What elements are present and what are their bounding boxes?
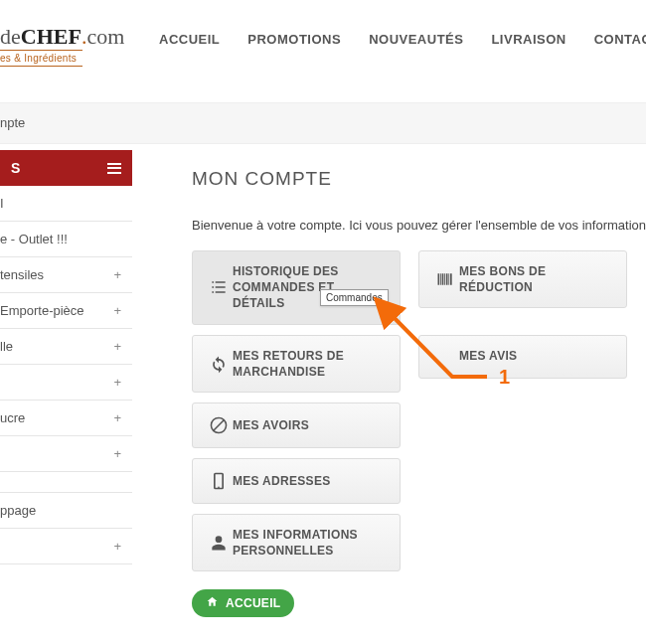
sidebar-item-label: Emporte-pièce	[0, 303, 84, 318]
expand-icon[interactable]: +	[113, 446, 121, 461]
nav-contacter[interactable]: CONTACTER	[594, 32, 646, 47]
phone-icon	[205, 471, 233, 491]
sidebar-item-label: tensiles	[0, 267, 44, 282]
category-sidebar: S Ie - Outlet !!!tensiles+Emporte-pièce+…	[0, 150, 132, 564]
sidebar-item[interactable]: e - Outlet !!!	[0, 222, 132, 257]
card-label: MES ADRESSES	[233, 473, 331, 489]
nav-accueil[interactable]: ACCUEIL	[159, 32, 220, 47]
expand-icon[interactable]: +	[113, 267, 121, 282]
sidebar-item-label: lle	[0, 339, 13, 354]
nav-promotions[interactable]: PROMOTIONS	[247, 32, 341, 47]
sidebar-item[interactable]: Emporte-pièce+	[0, 293, 132, 329]
nav-livraison[interactable]: LIVRAISON	[491, 32, 565, 47]
expand-icon[interactable]: +	[113, 303, 121, 318]
main-nav: ACCUEIL PROMOTIONS NOUVEAUTÉS LIVRAISON …	[159, 32, 646, 47]
site-logo[interactable]: deCHEF.com	[0, 24, 124, 50]
annotation-label: 1	[499, 366, 510, 389]
logo-part1: de	[0, 24, 21, 49]
user-icon	[205, 533, 233, 553]
card-personal-info[interactable]: MES INFORMATIONS PERSONNELLES	[192, 514, 401, 571]
sidebar-item[interactable]: I	[0, 186, 132, 222]
sidebar-header[interactable]: S	[0, 150, 132, 186]
sidebar-item-label: e - Outlet !!!	[0, 232, 68, 246]
sidebar-item[interactable]: +	[0, 365, 132, 401]
card-label: MES RETOURS DE MARCHANDISE	[233, 348, 388, 380]
logo-part2: CHEF	[21, 24, 81, 49]
sidebar-item-label: ppage	[0, 503, 36, 518]
card-label: MES INFORMATIONS PERSONNELLES	[233, 527, 388, 559]
sidebar-header-label: S	[11, 160, 20, 176]
card-order-history[interactable]: HISTORIQUE DES COMMANDES ET DÉTAILS	[192, 250, 401, 325]
sidebar-item-label: ucre	[0, 410, 25, 425]
tooltip-commandes: Commandes	[320, 289, 389, 306]
logo-tld: com	[86, 24, 124, 49]
account-panel: MON COMPTE Bienvenue à votre compte. Ici…	[162, 150, 646, 637]
account-cards: HISTORIQUE DES COMMANDES ET DÉTAILS MES …	[192, 250, 646, 571]
menu-icon	[107, 163, 121, 174]
home-button-label: ACCUEIL	[226, 596, 280, 610]
sidebar-item[interactable]: +	[0, 529, 132, 564]
card-reviews[interactable]: MES AVIS	[418, 335, 627, 379]
sidebar-item[interactable]	[0, 472, 132, 493]
expand-icon[interactable]: +	[113, 410, 121, 425]
expand-icon[interactable]: +	[113, 539, 121, 554]
barcode-icon	[431, 269, 459, 289]
card-addresses[interactable]: MES ADRESSES	[192, 458, 401, 504]
page-title: MON COMPTE	[192, 168, 646, 190]
ban-icon	[205, 415, 233, 435]
welcome-text: Bienvenue à votre compte. Ici vous pouve…	[192, 218, 646, 233]
sidebar-item[interactable]: ucre+	[0, 401, 132, 436]
sidebar-item[interactable]: ppage	[0, 493, 132, 529]
card-credits[interactable]: MES AVOIRS	[192, 402, 401, 448]
sidebar-item-label: I	[0, 196, 4, 211]
sidebar-item[interactable]: +	[0, 436, 132, 472]
breadcrumb: npte	[0, 115, 25, 130]
expand-icon[interactable]: +	[113, 339, 121, 354]
list-icon	[205, 277, 233, 297]
card-label: MES AVOIRS	[233, 417, 309, 433]
card-label: MES AVIS	[459, 348, 517, 364]
nav-nouveautes[interactable]: NOUVEAUTÉS	[369, 32, 463, 47]
logo-tagline: es & Ingrédients	[0, 50, 82, 67]
sidebar-item[interactable]: lle+	[0, 329, 132, 365]
home-icon	[206, 595, 219, 611]
card-vouchers[interactable]: MES BONS DE RÉDUCTION	[418, 250, 627, 308]
sidebar-item[interactable]: tensiles+	[0, 257, 132, 293]
refresh-icon	[205, 354, 233, 374]
card-returns[interactable]: MES RETOURS DE MARCHANDISE	[192, 335, 401, 393]
breadcrumb-bar	[0, 102, 646, 144]
home-button[interactable]: ACCUEIL	[192, 589, 294, 617]
card-label: MES BONS DE RÉDUCTION	[459, 263, 614, 295]
expand-icon[interactable]: +	[113, 375, 121, 390]
